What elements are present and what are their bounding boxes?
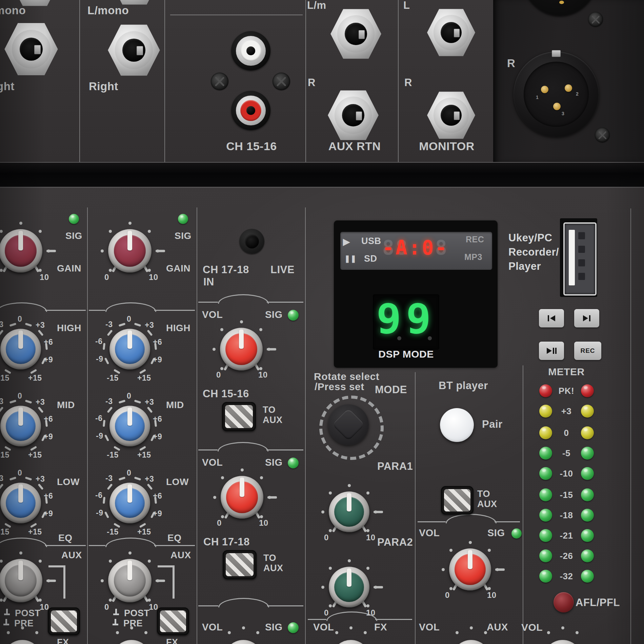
top-aux-top-label: L/m xyxy=(307,0,326,11)
bracket-line xyxy=(198,449,218,450)
bt-to-aux-button[interactable] xyxy=(441,486,474,515)
live-vol2-knob-tick-dot xyxy=(260,476,263,479)
ch-eq_ticks-0-label: -3 xyxy=(0,321,3,328)
bt-vol2-label: VOL xyxy=(419,622,440,632)
meter-led-left-1 xyxy=(539,405,552,418)
recorder-l1-label: Ukey/PC xyxy=(508,233,552,243)
top-column-separator xyxy=(164,0,165,162)
live-vol1-knob-tick-dot xyxy=(259,328,262,331)
ch-eq_ticks-6-label: +9 xyxy=(44,356,53,364)
usb-contact-3 xyxy=(578,273,585,280)
ch2-post-pre-button-face xyxy=(160,610,186,632)
ch1-gain-knob-tick-dot xyxy=(39,230,42,233)
dsp-mode-label: MODE xyxy=(375,384,407,395)
xlr-pin-2 xyxy=(565,84,572,92)
dsp-para2-knob-tick-dot xyxy=(348,559,351,562)
live-vol2-knob-tick-dot xyxy=(213,496,216,499)
ch-eq_ticks-8-label: +15 xyxy=(137,451,151,459)
bracket-line xyxy=(375,619,412,620)
meter-vol-label: VOL xyxy=(521,622,543,632)
ch-ten-label: 10 xyxy=(258,371,268,379)
live-to-label: TO xyxy=(263,405,276,415)
live-sig-label: SIG xyxy=(265,458,282,467)
ch-eq_ticks-3-label: -6 xyxy=(95,338,102,345)
dsp-mode-decimal-dot xyxy=(428,336,432,340)
cut-knob-dot xyxy=(561,626,564,629)
next-track-button-glyph xyxy=(589,315,590,321)
meter-led-left-8 xyxy=(539,549,552,562)
ch2-aux-knob-tick-dot xyxy=(148,560,151,563)
ch-eq_ticks-0-label: -3 xyxy=(105,475,113,482)
ch1-sig-led xyxy=(69,214,79,224)
ch-gain-label: GAIN xyxy=(166,264,190,273)
live-vol1-knob-mid-dash xyxy=(267,348,276,350)
ch-low-label: LOW xyxy=(166,477,189,487)
ch2-low-knob-pointer xyxy=(127,484,132,503)
post-fader-icon xyxy=(4,609,9,616)
dsp-para2-knob-tick-dot xyxy=(366,604,369,607)
ch-eq_ticks-5-label: -9 xyxy=(96,509,103,517)
ch-eq_ticks-8-label: +15 xyxy=(28,528,42,536)
bt-aux2-label: AUX xyxy=(487,622,508,632)
meter-scale-label-6: -18 xyxy=(560,511,573,520)
live-vol2-knob-tick-dot xyxy=(260,515,263,518)
bt-vol-knob-tick-dot xyxy=(488,549,491,552)
panel-column-separator xyxy=(87,207,88,644)
cut-knob-dot xyxy=(144,631,147,634)
dsp-mode_label-label: DSP MODE xyxy=(378,349,434,359)
ch-eq_ticks-6-label: +9 xyxy=(153,356,162,364)
bracket-line xyxy=(45,310,86,311)
live-ch17-18-to-aux-button[interactable] xyxy=(223,550,257,579)
ch-fx-label: FX xyxy=(166,638,178,644)
bt-pair-button[interactable] xyxy=(440,408,474,442)
dsp-rec-label: REC xyxy=(466,235,484,244)
ch2-post-pre-button[interactable] xyxy=(157,607,189,635)
bracket-line xyxy=(308,619,326,620)
ch-high-label: HIGH xyxy=(57,323,81,333)
afl-pfl-button[interactable] xyxy=(554,592,574,612)
live-aux-label: AUX xyxy=(263,416,283,425)
ch2-high-knob-pointer xyxy=(127,330,132,349)
top-rca-label-label: CH 15-16 xyxy=(226,140,277,152)
ch-ten-label: 10 xyxy=(366,534,376,542)
live-vol1-knob-tick-dot xyxy=(240,320,243,323)
panel-column-separator xyxy=(630,208,631,644)
bt-to-aux-button-face xyxy=(444,489,470,511)
xlr-face xyxy=(524,62,589,127)
usb-contact-2 xyxy=(578,259,585,266)
ch-high-label: HIGH xyxy=(166,323,190,333)
play-pause-button[interactable] xyxy=(539,342,564,360)
ch-eq_ticks-4-label: +6 xyxy=(153,415,162,423)
ch-aux-label: AUX xyxy=(61,550,82,560)
meter-led-right-0 xyxy=(581,384,594,397)
monitor-left-jack-contact xyxy=(454,29,460,37)
prev-track-button[interactable] xyxy=(539,309,564,327)
live-ch15-16-to-aux-button[interactable] xyxy=(222,402,256,431)
ch-eq_ticks-2-label: +3 xyxy=(145,398,154,406)
ch-ten-label: 10 xyxy=(149,603,158,611)
ch2-aux-knob-tick-dot xyxy=(109,599,112,602)
xlr-latch xyxy=(552,50,561,57)
ch1-low-knob-pointer xyxy=(18,484,23,503)
ch-eq_ticks-2-label: +3 xyxy=(36,475,45,483)
dsp-usb-label: USB xyxy=(361,237,381,246)
ch1-gain-knob-tick-dot xyxy=(0,230,3,233)
next-track-button-glyph xyxy=(583,315,588,321)
top-col2-bottom-label: Right xyxy=(89,81,118,92)
top-column-separator xyxy=(79,0,80,162)
mini-jack-hole xyxy=(245,234,259,248)
bt-sig-label: SIG xyxy=(487,528,505,538)
post-fader-icon xyxy=(113,609,119,616)
cut-knob-dot xyxy=(242,626,245,629)
top-xlr-pins-0-label: 1 xyxy=(536,95,539,100)
meter-scale-label-4: -10 xyxy=(560,469,573,478)
ch2-gain-knob-tick-dot xyxy=(109,269,112,272)
record-button[interactable]: REC xyxy=(574,342,601,360)
meter-scale-label-0: PK! xyxy=(559,386,574,395)
top-col2-top-label: L/mono xyxy=(87,5,129,16)
ch-ten-label: 10 xyxy=(366,609,376,617)
ch1-post-pre-button[interactable] xyxy=(48,607,80,635)
next-track-button[interactable] xyxy=(574,309,599,327)
ch-eq_ticks-3-label: -6 xyxy=(95,491,102,499)
dsp-para1-label: PARA1 xyxy=(377,461,413,471)
